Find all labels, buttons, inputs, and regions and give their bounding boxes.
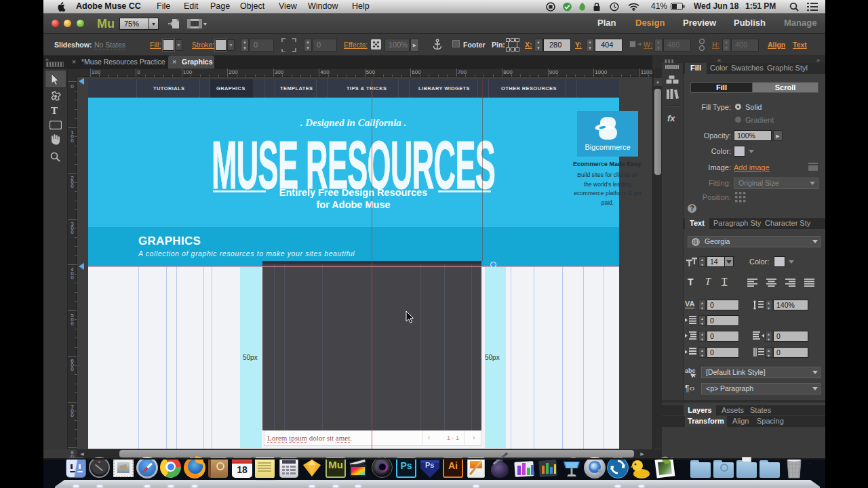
svg-text:Ps: Ps xyxy=(425,461,434,469)
svg-text:abc: abc xyxy=(685,367,696,374)
